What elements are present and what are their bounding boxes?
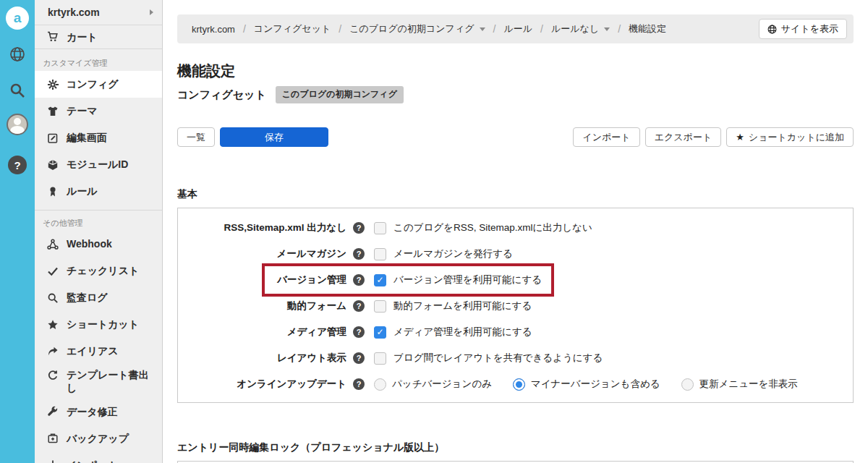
field-label: RSS,Sitemap.xml 出力なし [178,221,346,234]
layout-checkbox[interactable] [374,352,386,365]
sidebar-item-shortcut[interactable]: ショートカット [35,311,162,338]
config-set-label: コンフィグセット [177,88,266,102]
sidebar-item-config[interactable]: コンフィグ [35,71,162,98]
star-icon [47,319,59,331]
search-icon[interactable] [9,82,26,99]
checkbox-label[interactable]: メールマガジンを発行する [393,247,513,260]
patch-version-radio[interactable] [374,378,386,391]
user-avatar[interactable] [7,114,28,135]
sidebar-item-import[interactable]: インポート [35,451,162,463]
sidebar-item-template-export[interactable]: テンプレート書出し [35,365,162,398]
breadcrumb-separator [540,23,543,35]
help-icon[interactable] [353,248,365,260]
save-button[interactable]: 保存 [220,127,328,147]
sidebar-item-theme[interactable]: テーマ [35,98,162,124]
sidebar-item-cart[interactable]: カート [35,25,162,49]
config-name-badge: このブログの初期コンフィグ [276,86,404,103]
main-content: krtyrk.com コンフィグセット このブログの初期コンフィグ ルール ルー… [163,0,868,463]
cart-icon [47,31,59,43]
sidebar-item-alias[interactable]: エイリアス [35,338,162,365]
list-button[interactable]: 一覧 [177,127,215,147]
sidebar-item-edit-screen[interactable]: 編集画面 [35,124,162,151]
help-icon[interactable] [353,326,365,338]
sidebar-item-checklist[interactable]: チェックリスト [35,258,162,284]
help-icon[interactable] [353,378,365,390]
breadcrumb-separator [618,23,621,35]
sidebar-site-switcher[interactable]: krtyrk.com [35,0,162,25]
sidebar-item-backup[interactable]: バックアップ [35,425,162,451]
globe-icon[interactable] [9,46,26,63]
section-title-basic: 基本 [177,188,854,201]
breadcrumb-separator [243,23,246,35]
checkbox-label[interactable]: メディア管理を利用可能にする [393,326,532,339]
sidebar-section-other: その他管理 [35,210,162,231]
alias-arrow-icon [47,346,59,357]
webhook-icon [47,239,59,250]
hide-update-menu-radio[interactable] [681,378,694,391]
export-button[interactable]: エクスポート [645,127,722,147]
sidebar-item-rule[interactable]: ルール [35,178,162,205]
chevron-down-icon[interactable] [480,27,485,31]
field-label: メールマガジン [178,247,346,260]
checkbox-label[interactable]: 動的フォームを利用可能にする [393,300,532,313]
media-checkbox[interactable] [374,326,386,339]
icon-rail [0,0,35,463]
form-row-media: メディア管理 メディア管理を利用可能にする [178,319,853,345]
radio-group: パッチバージョンのみ マイナーバージョンも含める 更新メニューを非表示 [374,378,798,391]
import-arrow-icon [47,459,59,463]
radio-option-patch: パッチバージョンのみ [374,378,492,391]
view-site-button[interactable]: サイトを表示 [759,19,847,39]
tshirt-icon [47,106,59,117]
search-icon [47,292,59,304]
form-row-rss: RSS,Sitemap.xml 出力なし このブログをRSS, Sitemap.… [178,215,853,241]
ablogcms-logo-icon[interactable] [6,7,29,30]
add-shortcut-button[interactable]: ショートカットに追加 [726,127,854,147]
globe-icon [767,25,777,34]
field-label: メディア管理 [178,326,346,339]
breadcrumb-separator [339,23,341,35]
dynamic-form-checkbox[interactable] [374,300,386,313]
mailmagazine-checkbox[interactable] [374,248,386,260]
form-row-mailmagazine: メールマガジン メールマガジンを発行する [178,241,853,267]
help-icon[interactable] [8,156,27,174]
page-title: 機能設定 [177,61,854,81]
breadcrumb-config-name[interactable]: このブログの初期コンフィグ [349,22,474,35]
toolbar-right: インポート エクスポート ショートカットに追加 [573,127,854,147]
help-icon[interactable] [353,352,365,364]
field-label: オンラインアップデート [178,378,346,391]
topbar: krtyrk.com コンフィグセット このブログの初期コンフィグ ルール ルー… [177,14,854,43]
subtitle-row: コンフィグセット このブログの初期コンフィグ [177,86,854,103]
rss-checkbox[interactable] [374,222,386,234]
breadcrumb-site[interactable]: krtyrk.com [192,24,235,35]
help-icon[interactable] [353,274,365,286]
field-label: 動的フォーム [178,300,346,313]
import-button[interactable]: インポート [573,127,639,147]
help-icon[interactable] [353,300,365,312]
form-row-layout: レイアウト表示 ブログ間でレイアウトを共有できるようにする [178,345,853,371]
breadcrumb-config-set[interactable]: コンフィグセット [254,22,331,35]
chevron-down-icon[interactable] [604,27,610,31]
checkbox-label[interactable]: このブログをRSS, Sitemap.xmlに出力しない [393,221,592,234]
edit-icon [47,132,59,144]
breadcrumb-rule[interactable]: ルール [503,22,532,35]
checkbox-label[interactable]: ブログ間でレイアウトを共有できるようにする [393,352,603,365]
sidebar-item-webhook[interactable]: Webhook [35,231,162,258]
star-icon [736,132,744,143]
sidebar-item-audit-log[interactable]: 監査ログ [35,284,162,311]
section-title-entry-lock: エントリー同時編集ロック（プロフェッショナル版以上） [177,441,854,454]
breadcrumb-rule-none[interactable]: ルールなし [551,22,599,35]
sidebar-item-module-id[interactable]: モジュールID [35,151,162,178]
sidebar-item-data-fix[interactable]: データ修正 [35,398,162,425]
backup-box-icon [47,433,59,444]
version-control-checkbox[interactable] [374,274,386,286]
settings-panel: RSS,Sitemap.xml 出力なし このブログをRSS, Sitemap.… [177,208,854,403]
field-label: バージョン管理 [178,273,346,286]
radio-option-hide-menu: 更新メニューを非表示 [681,378,798,391]
help-icon[interactable] [353,222,365,234]
minor-version-radio[interactable] [513,378,525,391]
wrench-icon [47,406,59,417]
breadcrumb-separator [493,23,496,35]
field-label: レイアウト表示 [178,352,346,365]
form-row-version-control: バージョン管理 バージョン管理を利用可能にする [178,267,853,293]
checkbox-label[interactable]: バージョン管理を利用可能にする [393,273,542,286]
